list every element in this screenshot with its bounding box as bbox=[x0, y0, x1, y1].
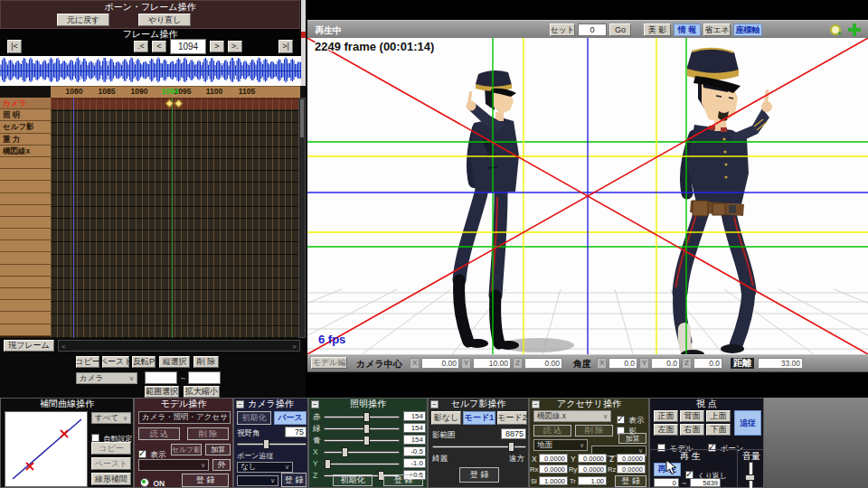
physics-off-radio-row[interactable]: OFF bbox=[140, 483, 168, 488]
shadow-slider-thumb[interactable] bbox=[508, 442, 514, 452]
range-from-input[interactable] bbox=[145, 371, 177, 384]
model-delete-button[interactable]: 削 除 bbox=[187, 427, 229, 440]
frame-prev-skip-button[interactable]: .< bbox=[134, 41, 148, 52]
timeline-grid[interactable] bbox=[51, 98, 298, 338]
accessory-register-button[interactable]: 登 録 bbox=[615, 475, 646, 487]
light-channel-value[interactable] bbox=[403, 411, 426, 421]
model-edit-button[interactable]: モデル編 bbox=[311, 357, 347, 369]
timeline-row-label[interactable] bbox=[0, 300, 51, 312]
frame-last-button[interactable]: >| bbox=[278, 40, 293, 53]
viewport-canvas[interactable]: 2249 frame (00:01:14) 6 fps bbox=[307, 38, 868, 354]
interpolation-target-select[interactable]: すべて∨ bbox=[91, 412, 131, 424]
light-channel-value[interactable] bbox=[403, 435, 426, 445]
accessory-add-button[interactable]: 加算 bbox=[618, 433, 646, 444]
add-plus-icon[interactable] bbox=[848, 23, 861, 36]
angle-y[interactable] bbox=[651, 358, 680, 369]
perspective-button[interactable]: パース bbox=[274, 411, 307, 425]
light-slider-thumb[interactable] bbox=[342, 447, 348, 457]
curve-copy-button[interactable]: コピー bbox=[91, 442, 131, 455]
bone-follow-select[interactable]: なし∨ bbox=[237, 462, 293, 473]
linear-interp-button[interactable]: 線形補間 bbox=[91, 473, 131, 485]
light-init-button[interactable]: 初期化 bbox=[333, 474, 373, 486]
volume-slider-thumb[interactable] bbox=[745, 474, 755, 481]
timeline-row-label[interactable] bbox=[0, 265, 51, 277]
view-back-button[interactable]: 背面 bbox=[680, 410, 704, 422]
camera-register-button[interactable]: 登 録 bbox=[281, 473, 307, 487]
range-select-button[interactable]: 範囲選択 bbox=[145, 386, 179, 398]
view-front-button[interactable]: 正面 bbox=[654, 410, 678, 422]
light-slider-track[interactable] bbox=[324, 439, 400, 442]
interpolation-curve-box[interactable] bbox=[5, 411, 88, 487]
timeline-row-label[interactable] bbox=[0, 193, 51, 205]
light-channel-value[interactable] bbox=[403, 423, 426, 433]
paste-button[interactable]: ペースト bbox=[102, 356, 129, 368]
light-axis-value[interactable] bbox=[403, 458, 426, 468]
timeline-row-label[interactable] bbox=[0, 324, 51, 336]
light-slider-thumb[interactable] bbox=[363, 412, 370, 422]
magnifier-icon[interactable] bbox=[830, 24, 841, 35]
curve-paste-button[interactable]: ペースト bbox=[91, 457, 131, 470]
view-follow-button[interactable]: 追従 bbox=[734, 410, 761, 436]
timeline-row-label[interactable]: セルフ影 bbox=[0, 121, 51, 133]
fov-slider-track[interactable] bbox=[237, 443, 307, 446]
shadow-mode1-button[interactable]: モード1 bbox=[463, 411, 495, 425]
redo-button[interactable]: やり直し bbox=[138, 14, 191, 26]
timeline-row-label[interactable] bbox=[0, 240, 51, 252]
go-frame-input[interactable] bbox=[578, 23, 607, 36]
delete-button[interactable]: 削 除 bbox=[193, 356, 219, 368]
light-slider-thumb[interactable] bbox=[325, 459, 331, 469]
edit-target-select[interactable]: カメラ∨ bbox=[76, 372, 137, 384]
minimize-icon[interactable]: − bbox=[430, 400, 439, 408]
current-frame-button[interactable]: 現フレーム bbox=[4, 340, 54, 352]
frame-first-button[interactable]: |< bbox=[7, 40, 22, 53]
timeline-row-label[interactable] bbox=[0, 252, 51, 264]
distance-value[interactable] bbox=[758, 358, 803, 369]
view-left-button[interactable]: 左面 bbox=[654, 424, 678, 436]
acc-si-input[interactable] bbox=[539, 476, 568, 485]
minimize-icon[interactable]: − bbox=[311, 400, 319, 408]
minimize-icon[interactable]: − bbox=[532, 400, 540, 408]
accessory-load-button[interactable]: 読 込 bbox=[533, 425, 571, 436]
model-register-button[interactable]: 登 録 bbox=[182, 474, 229, 487]
fov-slider-thumb[interactable] bbox=[263, 439, 269, 449]
timeline-row-label[interactable] bbox=[0, 217, 51, 229]
angle-z[interactable] bbox=[693, 358, 722, 369]
frame-next-skip-button[interactable]: >. bbox=[228, 41, 242, 52]
frame-next-button[interactable]: > bbox=[210, 41, 224, 52]
scale-button[interactable]: 拡大縮小 bbox=[184, 386, 220, 398]
model-display-checkbox[interactable] bbox=[138, 450, 146, 458]
view-bottom-button[interactable]: 下面 bbox=[706, 424, 731, 436]
camera-center-z[interactable] bbox=[524, 358, 562, 369]
timeline-row-label[interactable] bbox=[0, 312, 51, 324]
acc-tr-input[interactable] bbox=[578, 476, 607, 485]
audio-waveform[interactable] bbox=[0, 56, 301, 86]
timeline-row-label[interactable] bbox=[0, 277, 51, 288]
shadow-register-button[interactable]: 登 録 bbox=[459, 467, 499, 483]
model-add-button[interactable]: 加算 bbox=[205, 444, 231, 455]
acc-y-input[interactable] bbox=[578, 454, 607, 463]
model-load-button[interactable]: 読 込 bbox=[138, 427, 180, 440]
camera-center-y[interactable] bbox=[473, 358, 511, 369]
eco-button[interactable]: 省エネ bbox=[703, 23, 731, 36]
scrollbar-thumb[interactable] bbox=[300, 99, 304, 137]
acc-ry-input[interactable] bbox=[578, 465, 607, 474]
frame-prev-button[interactable]: < bbox=[152, 41, 166, 52]
info-button[interactable]: 情 報 bbox=[674, 23, 701, 36]
timeline-row-label[interactable]: 構図線x bbox=[0, 145, 51, 157]
timeline-row-label[interactable] bbox=[0, 169, 51, 181]
acc-rx-input[interactable] bbox=[539, 465, 568, 474]
vertical-select-button[interactable]: 縦選択 bbox=[159, 356, 190, 368]
minimize-icon[interactable]: − bbox=[236, 400, 244, 408]
play-to-input[interactable] bbox=[690, 478, 721, 487]
acc-x-input[interactable] bbox=[539, 454, 568, 463]
acc-z-input[interactable] bbox=[617, 454, 646, 463]
light-slider-track[interactable] bbox=[324, 463, 400, 465]
model-self-shadow-button[interactable]: セルフ影 bbox=[171, 444, 202, 455]
timeline-row-label[interactable]: カメラ bbox=[0, 98, 51, 109]
timeline-row-label[interactable] bbox=[0, 288, 51, 300]
accessory-parent-select[interactable]: 地面∨ bbox=[533, 439, 588, 451]
light-slider-track[interactable] bbox=[324, 416, 400, 418]
axis-button[interactable]: 座標軸 bbox=[733, 23, 762, 36]
outside-parent-button[interactable]: 外 bbox=[212, 459, 231, 471]
view-right-button[interactable]: 右面 bbox=[680, 424, 704, 436]
